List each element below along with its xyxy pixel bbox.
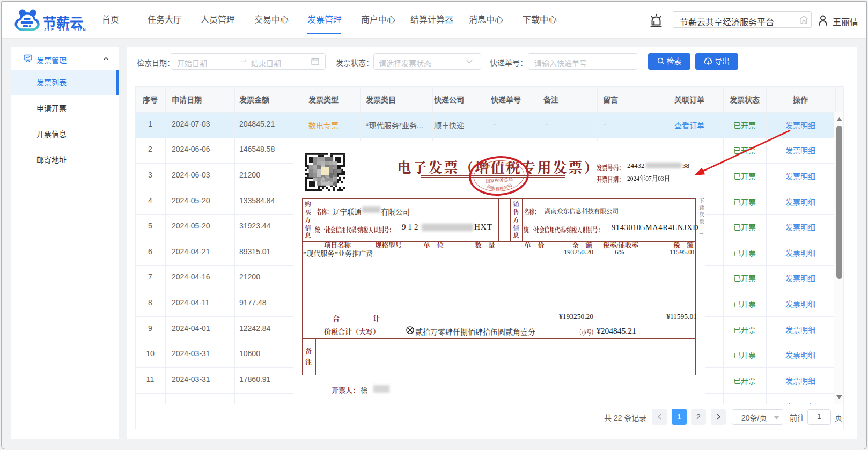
svg-text:全国统一发票监制章: 全国统一发票监制章	[476, 160, 520, 174]
svg-text:国家税务总局: 国家税务总局	[486, 176, 513, 184]
